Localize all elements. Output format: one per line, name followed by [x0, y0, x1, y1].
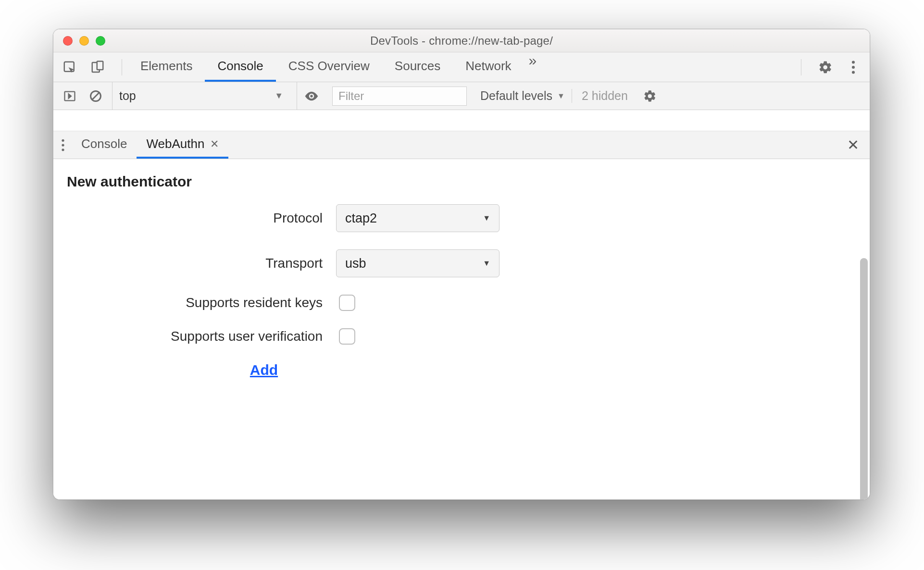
svg-point-4: [852, 65, 855, 68]
console-output-area: [53, 110, 870, 131]
filter-input[interactable]: [332, 87, 467, 106]
window-title: DevTools - chrome://new-tab-page/: [53, 34, 870, 48]
protocol-select[interactable]: ctap2 ▼: [336, 204, 499, 232]
protocol-value: ctap2: [345, 211, 377, 226]
svg-line-8: [92, 92, 100, 99]
svg-point-5: [852, 71, 855, 74]
settings-gear-icon[interactable]: [816, 58, 835, 77]
dropdown-triangle-icon: ▼: [557, 92, 565, 100]
scrollbar-thumb[interactable]: [860, 258, 868, 499]
protocol-label: Protocol: [67, 211, 336, 226]
kebab-menu-icon[interactable]: [844, 58, 863, 77]
device-toggle-icon[interactable]: [88, 58, 107, 77]
svg-point-10: [62, 139, 64, 141]
user-verification-checkbox[interactable]: [339, 328, 355, 345]
panel-heading: New authenticator: [67, 173, 856, 190]
tab-network[interactable]: Network: [453, 52, 524, 82]
drawer-tab-bar: Console WebAuthn ✕ ✕: [53, 131, 870, 159]
close-drawer-icon[interactable]: ✕: [847, 136, 864, 153]
context-value: top: [119, 89, 136, 103]
hidden-messages-count[interactable]: 2 hidden: [572, 89, 628, 103]
drawer-tab-webauthn[interactable]: WebAuthn ✕: [137, 131, 228, 159]
user-verification-label: Supports user verification: [67, 329, 336, 344]
svg-rect-2: [97, 61, 103, 70]
live-expression-icon[interactable]: [297, 82, 325, 110]
authenticator-form: Protocol ctap2 ▼ Transport usb ▼ Support…: [67, 204, 524, 378]
resident-keys-label: Supports resident keys: [67, 295, 336, 310]
resident-keys-checkbox[interactable]: [339, 295, 355, 311]
tab-elements[interactable]: Elements: [128, 52, 205, 82]
transport-value: usb: [345, 256, 366, 271]
dropdown-triangle-icon: ▼: [483, 259, 490, 268]
dropdown-triangle-icon: ▼: [483, 214, 490, 223]
drawer-tab-console[interactable]: Console: [72, 131, 137, 159]
inspect-icon[interactable]: [60, 58, 79, 77]
sidebar-toggle-icon[interactable]: [60, 87, 79, 106]
main-tab-bar: Elements Console CSS Overview Sources Ne…: [53, 52, 870, 82]
add-button[interactable]: Add: [250, 362, 278, 378]
context-selector[interactable]: top ▼: [112, 82, 290, 110]
tab-console[interactable]: Console: [205, 52, 275, 82]
dropdown-triangle-icon: ▼: [275, 91, 283, 101]
drawer-menu-icon[interactable]: [59, 139, 72, 151]
divider: [122, 59, 122, 75]
main-tabs: Elements Console CSS Overview Sources Ne…: [128, 52, 541, 82]
svg-point-11: [62, 144, 64, 146]
more-tabs-icon[interactable]: »: [524, 52, 542, 82]
divider: [801, 59, 801, 75]
tab-sources[interactable]: Sources: [382, 52, 453, 82]
webauthn-panel: New authenticator Protocol ctap2 ▼ Trans…: [53, 159, 870, 499]
svg-point-3: [852, 61, 855, 63]
log-levels-selector[interactable]: Default levels ▼: [474, 89, 565, 103]
clear-console-icon[interactable]: [86, 87, 105, 106]
transport-select[interactable]: usb ▼: [336, 249, 499, 277]
close-tab-icon[interactable]: ✕: [210, 138, 219, 150]
transport-label: Transport: [67, 256, 336, 271]
console-toolbar: top ▼ Default levels ▼ 2 hidden: [53, 82, 870, 110]
scrollbar[interactable]: [858, 162, 868, 496]
tab-css-overview[interactable]: CSS Overview: [276, 52, 382, 82]
svg-point-12: [62, 149, 64, 151]
title-bar: DevTools - chrome://new-tab-page/: [53, 29, 870, 52]
svg-point-9: [310, 95, 312, 97]
console-settings-gear-icon[interactable]: [640, 87, 660, 106]
devtools-window: DevTools - chrome://new-tab-page/: [53, 29, 870, 500]
